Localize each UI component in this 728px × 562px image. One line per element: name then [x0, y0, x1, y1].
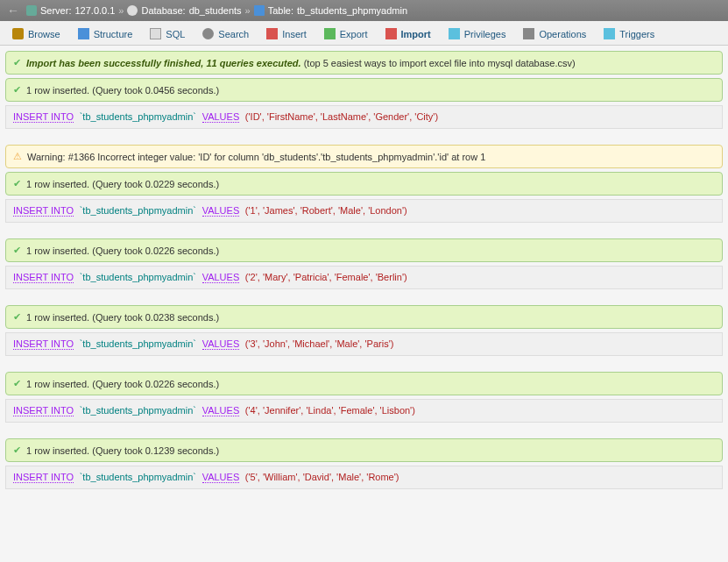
tab-browse[interactable]: Browse [4, 23, 69, 45]
row-inserted-text: 1 row inserted. [26, 312, 89, 323]
main-content: ✔ Import has been successfully finished,… [0, 46, 728, 510]
sql-query: INSERT INTO `tb_students_phpmyadmin` VAL… [5, 105, 723, 129]
row-inserted-text: 1 row inserted. [26, 179, 89, 189]
search-icon [202, 28, 214, 39]
row-inserted-banner: ✔ 1 row inserted. (Query took 0.1239 sec… [5, 438, 723, 462]
sql-query: INSERT INTO `tb_students_phpmyadmin` VAL… [5, 399, 723, 423]
table-label: Table: [268, 5, 293, 16]
db-label: Database: [141, 5, 185, 16]
db-value[interactable]: db_students [189, 5, 242, 16]
tabs: Browse Structure SQL Search Insert Expor… [0, 21, 728, 46]
row-inserted-text: 1 row inserted. [26, 445, 89, 456]
sql-query: INSERT INTO `tb_students_phpmyadmin` VAL… [5, 466, 723, 489]
structure-icon [78, 28, 89, 39]
insert-icon [266, 28, 278, 39]
breadcrumb: ← Server: 127.0.0.1 » Database: db_stude… [0, 0, 728, 21]
tab-operations[interactable]: Operations [514, 23, 595, 45]
import-success-text: Import has been successfully finished, 1… [26, 58, 301, 68]
row-inserted-banner: ✔ 1 row inserted. (Query took 0.0238 sec… [5, 305, 723, 329]
row-inserted-banner: ✔ 1 row inserted. (Query took 0.0456 sec… [5, 78, 723, 102]
server-value[interactable]: 127.0.0.1 [74, 5, 115, 16]
breadcrumb-separator: » [245, 5, 251, 16]
row-inserted-banner: ✔ 1 row inserted. (Query took 0.0226 sec… [5, 372, 723, 395]
check-icon: ✔ [13, 245, 21, 256]
row-inserted-text: 1 row inserted. [26, 245, 89, 256]
triggers-icon [604, 28, 615, 39]
tab-sql[interactable]: SQL [141, 23, 194, 45]
sql-query: INSERT INTO `tb_students_phpmyadmin` VAL… [5, 199, 723, 223]
row-inserted-text: 1 row inserted. [26, 379, 89, 389]
table-icon [254, 5, 265, 16]
check-icon: ✔ [13, 178, 21, 189]
query-time: (Query took 0.0226 seconds.) [89, 379, 219, 389]
check-icon: ✔ [13, 378, 21, 389]
warning-banner: ⚠ Warning: #1366 Incorrect integer value… [5, 145, 723, 168]
browse-icon [12, 28, 24, 39]
operations-icon [523, 28, 534, 39]
check-icon: ✔ [13, 445, 21, 456]
tab-import[interactable]: Import [377, 23, 440, 45]
row-inserted-banner: ✔ 1 row inserted. (Query took 0.0226 sec… [5, 238, 723, 262]
database-icon [127, 5, 138, 16]
import-icon [385, 28, 397, 39]
sql-query: INSERT INTO `tb_students_phpmyadmin` VAL… [5, 332, 723, 356]
sql-query: INSERT INTO `tb_students_phpmyadmin` VAL… [5, 266, 723, 289]
check-icon: ✔ [13, 311, 21, 323]
server-label: Server: [40, 5, 71, 16]
tab-search[interactable]: Search [194, 23, 258, 45]
import-success-file: (top 5 easiest ways to import excel file… [301, 58, 576, 68]
warning-text: Warning: #1366 Incorrect integer value: … [27, 152, 485, 162]
row-inserted-banner: ✔ 1 row inserted. (Query took 0.0229 sec… [5, 172, 723, 196]
server-icon [26, 5, 37, 16]
tab-export[interactable]: Export [315, 23, 377, 45]
import-success-banner: ✔ Import has been successfully finished,… [5, 51, 723, 75]
export-icon [324, 28, 336, 39]
back-arrow-icon[interactable]: ← [7, 4, 19, 18]
tab-privileges[interactable]: Privileges [440, 23, 515, 45]
warning-icon: ⚠ [13, 151, 22, 162]
query-time: (Query took 0.1239 seconds.) [89, 445, 219, 456]
row-inserted-text: 1 row inserted. [26, 85, 89, 96]
privileges-icon [449, 28, 460, 39]
sql-icon [150, 28, 161, 39]
query-time: (Query took 0.0238 seconds.) [89, 312, 219, 323]
tab-insert[interactable]: Insert [258, 23, 315, 45]
table-value[interactable]: tb_students_phpmyadmin [297, 5, 407, 16]
query-time: (Query took 0.0226 seconds.) [89, 245, 219, 256]
query-time: (Query took 0.0229 seconds.) [89, 179, 219, 189]
tab-triggers[interactable]: Triggers [595, 23, 663, 45]
check-icon: ✔ [13, 57, 21, 68]
tab-structure[interactable]: Structure [69, 23, 142, 45]
breadcrumb-separator: » [118, 5, 124, 16]
check-icon: ✔ [13, 84, 21, 96]
query-time: (Query took 0.0456 seconds.) [89, 85, 219, 96]
